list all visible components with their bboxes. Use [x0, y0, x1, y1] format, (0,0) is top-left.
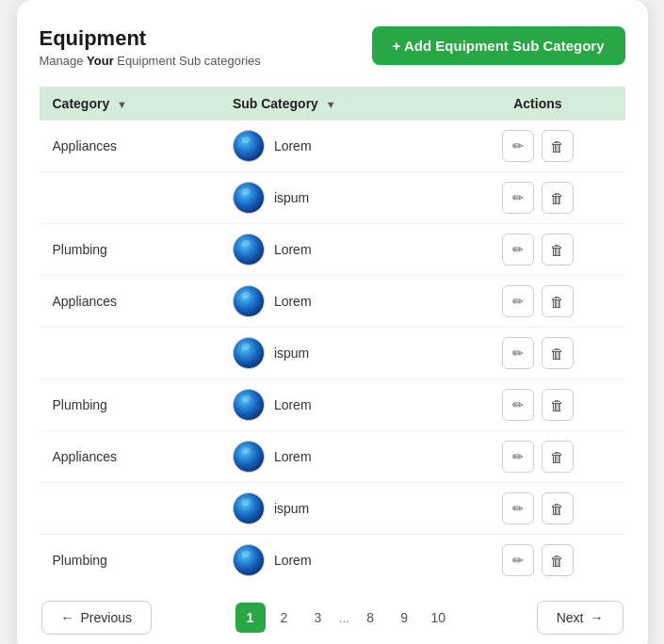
subcategory-name: Lorem [274, 138, 312, 153]
category-column-header: Category ▼ [40, 87, 219, 121]
table-row: ispum✏🗑 [40, 328, 625, 379]
edit-button[interactable]: ✏ [502, 441, 534, 473]
table-row: PlumbingLorem✏🗑 [40, 224, 625, 276]
subcategory-name: Lorem [274, 449, 312, 464]
actions-cell: ✏🗑 [450, 328, 624, 379]
edit-button[interactable]: ✏ [502, 182, 534, 214]
page-subtitle: Manage Your Equipment Sub categories [40, 54, 261, 68]
page-number-10[interactable]: 10 [423, 603, 453, 633]
edit-icon: ✏ [512, 397, 524, 412]
delete-icon: 🗑 [550, 501, 564, 517]
next-label: Next [557, 610, 584, 625]
edit-button[interactable]: ✏ [502, 389, 534, 421]
category-cell [40, 172, 219, 224]
actions-cell: ✏🗑 [450, 535, 624, 587]
actions-cell: ✏🗑 [450, 224, 624, 276]
edit-icon: ✏ [512, 242, 524, 257]
subcategory-cell: Lorem [219, 535, 450, 587]
avatar [233, 337, 265, 369]
delete-icon: 🗑 [550, 190, 564, 206]
page-number-1[interactable]: 1 [235, 603, 266, 633]
delete-icon: 🗑 [550, 138, 564, 154]
category-cell: Appliances [40, 276, 219, 328]
avatar [233, 182, 265, 214]
subcategory-cell: Lorem [219, 276, 450, 328]
page-title: Equipment [40, 26, 261, 51]
actions-cell: ✏🗑 [450, 121, 624, 172]
subcategory-name: Lorem [274, 242, 312, 257]
table-row: AppliancesLorem✏🗑 [40, 431, 625, 483]
table-row: PlumbingLorem✏🗑 [40, 535, 625, 587]
edit-icon: ✏ [512, 294, 524, 309]
avatar [233, 441, 265, 473]
delete-button[interactable]: 🗑 [542, 544, 574, 576]
delete-icon: 🗑 [550, 242, 564, 258]
edit-button[interactable]: ✏ [502, 544, 534, 576]
header-text: Equipment Manage Your Equipment Sub cate… [40, 26, 261, 68]
subcategory-column-header: Sub Category ▼ [219, 87, 450, 121]
subcategory-filter-icon[interactable]: ▼ [326, 99, 336, 110]
category-cell: Appliances [40, 121, 219, 172]
category-cell: Plumbing [40, 535, 219, 587]
edit-button[interactable]: ✏ [502, 130, 534, 162]
delete-button[interactable]: 🗑 [542, 492, 574, 524]
page-number-3[interactable]: 3 [303, 603, 333, 633]
delete-button[interactable]: 🗑 [542, 233, 574, 266]
table-row: ispum✏🗑 [40, 172, 625, 224]
header-row: Equipment Manage Your Equipment Sub cate… [40, 26, 625, 68]
avatar [233, 389, 265, 421]
edit-button[interactable]: ✏ [502, 233, 534, 266]
delete-button[interactable]: 🗑 [542, 337, 574, 369]
edit-icon: ✏ [512, 346, 524, 361]
arrow-right-icon: → [591, 610, 604, 625]
equipment-table: Category ▼ Sub Category ▼ Actions Applia… [40, 87, 625, 586]
table-row: AppliancesLorem✏🗑 [40, 276, 625, 328]
subcategory-name: ispum [274, 501, 309, 516]
delete-button[interactable]: 🗑 [542, 130, 574, 162]
main-card: Equipment Manage Your Equipment Sub cate… [17, 0, 648, 644]
subtitle-bold: Your [87, 54, 114, 68]
table-row: AppliancesLorem✏🗑 [40, 121, 625, 172]
edit-icon: ✏ [512, 449, 524, 464]
delete-icon: 🗑 [550, 397, 564, 413]
delete-icon: 🗑 [550, 449, 564, 465]
edit-icon: ✏ [512, 138, 524, 153]
avatar [233, 285, 265, 317]
subcategory-name: Lorem [274, 397, 312, 412]
category-cell [40, 483, 219, 535]
delete-icon: 🗑 [550, 346, 564, 362]
add-equipment-button[interactable]: + Add Equipment Sub Category [372, 26, 625, 65]
table-row: ispum✏🗑 [40, 483, 625, 535]
category-filter-icon[interactable]: ▼ [117, 99, 127, 110]
previous-button[interactable]: ← Previous [41, 601, 152, 635]
subcategory-cell: ispum [219, 483, 450, 535]
page-number-9[interactable]: 9 [389, 603, 419, 633]
pagination: ← Previous 123...8910 Next → [40, 601, 625, 635]
actions-cell: ✏🗑 [450, 276, 624, 328]
subcategory-cell: ispum [219, 328, 450, 379]
subcategory-name: Lorem [274, 294, 312, 309]
subtitle-suffix: Equipment Sub categories [114, 54, 261, 68]
edit-button[interactable]: ✏ [502, 285, 534, 317]
category-cell: Plumbing [40, 224, 219, 276]
delete-button[interactable]: 🗑 [542, 285, 574, 317]
previous-label: Previous [81, 610, 132, 625]
page-number-2[interactable]: 2 [269, 603, 300, 633]
subcategory-cell: ispum [219, 172, 450, 224]
page-ellipsis: ... [337, 610, 352, 625]
subcategory-cell: Lorem [219, 224, 450, 276]
category-cell: Plumbing [40, 379, 219, 431]
delete-button[interactable]: 🗑 [542, 441, 574, 473]
actions-column-header: Actions [450, 87, 624, 121]
next-button[interactable]: Next → [537, 601, 624, 635]
page-number-8[interactable]: 8 [355, 603, 385, 633]
edit-button[interactable]: ✏ [502, 492, 534, 524]
category-cell: Appliances [40, 431, 219, 483]
edit-button[interactable]: ✏ [502, 337, 534, 369]
subcategory-cell: Lorem [219, 431, 450, 483]
delete-button[interactable]: 🗑 [542, 182, 574, 214]
table-header-row: Category ▼ Sub Category ▼ Actions [40, 87, 625, 121]
delete-button[interactable]: 🗑 [542, 389, 574, 421]
table-row: PlumbingLorem✏🗑 [40, 379, 625, 431]
avatar [233, 544, 265, 576]
